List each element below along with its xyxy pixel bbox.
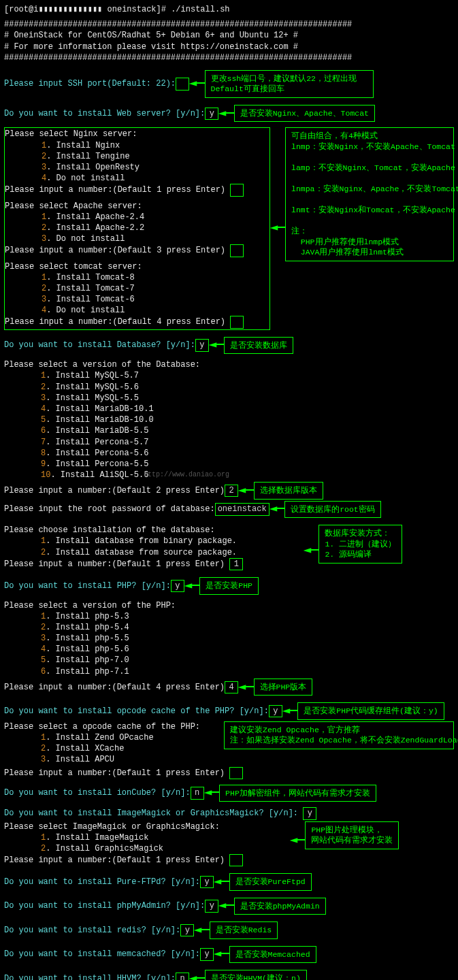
im-sel-input-prompt: Please input a number:(Default 1 press E… [4, 855, 225, 865]
ssh-port-input[interactable] [176, 78, 189, 90]
opcode-sel-title: Please select a opcode cache of the PHP: [4, 721, 224, 732]
option-text: . Install Apache-2.2 [46, 223, 144, 233]
option-item: 1. Install Zend OPcache [41, 732, 224, 743]
db-prompt: Do you want to install Database? [y/n]: [4, 340, 195, 350]
arrow-left-icon: ◀━ [238, 485, 254, 496]
option-text: . Install MySQL-5.6 [46, 382, 139, 392]
db-inst-title: Please choose installation of the databa… [4, 525, 304, 536]
webserver-prompt: Do you want to install Web server? [y/n]… [4, 108, 205, 119]
db-ver-input[interactable]: 2 [225, 485, 238, 497]
ioncube-input[interactable]: n [191, 787, 204, 799]
option-item: 4. Do not install [42, 305, 267, 316]
option-text: . Install APCU [46, 755, 114, 764]
tomcat-title: Please select tomcat server: [5, 261, 267, 272]
option-item: 2. Install Tomcat-7 [42, 283, 267, 294]
option-text: . Install php-5.5 [46, 634, 129, 643]
option-item: 6. Install MariaDB-5.5 [41, 425, 454, 436]
banner-border-top: ########################################… [4, 19, 454, 30]
server-mode-note: 可自由组合，有4种模式 lnmp：安装Nginx，不安装Apache、Tomca… [285, 127, 454, 261]
apache-input[interactable] [230, 244, 244, 257]
option-text: . Install Percona-5.7 [46, 438, 148, 447]
arrow-left-icon: ◀━ [189, 78, 205, 89]
pma-input[interactable]: y [205, 900, 218, 912]
opcode-sel-note: 建议安装Zend Opcache，官方推荐 注：如果选择安装Zend Opcac… [224, 721, 454, 749]
php-ver-input-prompt: Please input a number:(Default 4 press E… [4, 682, 225, 693]
im-input[interactable]: y [303, 807, 316, 819]
option-text: . Install GraphicsMagick [46, 844, 163, 853]
db-ver-input-prompt: Please input a number:(Default 2 press E… [4, 485, 225, 496]
banner-line-1: # OneinStack for CentOS/Radhat 5+ Debian… [4, 30, 454, 41]
db-pwd-note: 设置数据库的root密码 [284, 501, 381, 519]
tomcat-input[interactable] [230, 316, 244, 328]
db-pwd-input[interactable]: oneinstack [215, 503, 269, 515]
option-text: . Install php-5.4 [46, 623, 129, 632]
webserver-input[interactable]: y [205, 108, 218, 120]
option-text: . Install AliSQL-5.6 [50, 470, 148, 480]
redis-input[interactable]: y [180, 924, 194, 936]
option-item: 5. Install php-7.0 [41, 655, 454, 666]
option-text: . Install OpenResty [46, 163, 140, 172]
banner-border-bottom: ########################################… [4, 52, 454, 63]
memc-input[interactable]: y [200, 948, 214, 960]
option-item: 8. Install Percona-5.6 [41, 448, 454, 459]
option-item: 2. Install GraphicsMagick [41, 843, 290, 854]
option-text: . Install Zend OPcache [46, 733, 153, 742]
opcode-sel-input[interactable] [229, 767, 243, 779]
arrow-left-icon: ◀━ [189, 973, 205, 980]
php-input[interactable]: y [171, 580, 184, 592]
option-text: . Install php-5.6 [46, 644, 129, 654]
php-ver-input[interactable]: 4 [225, 681, 238, 693]
option-text: . Install Tomcat-7 [46, 284, 135, 293]
hhvm-input[interactable]: n [176, 973, 189, 980]
ftpd-prompt: Do you want to install Pure-FTPd? [y/n]: [4, 877, 200, 887]
db-ver-note: 选择数据库版本 [254, 482, 323, 500]
arrow-left-icon: ◀━ [304, 545, 319, 556]
option-text: . Install Tomcat-6 [46, 295, 135, 304]
option-item: 1. Install php-5.3 [41, 611, 454, 622]
php-prompt: Do you want to install PHP? [y/n]: [4, 581, 171, 591]
opcode-note: 是否安装PHP代码缓存组件(建议：y) [297, 702, 444, 720]
option-item: 3. Install php-5.5 [41, 633, 454, 644]
option-item: 9. Install Percona-5.5 [41, 459, 454, 470]
option-text: . Install MariaDB-10.0 [46, 415, 153, 425]
option-text: . Install XCache [46, 744, 124, 753]
php-ver-title: Please select a version of the PHP: [4, 600, 454, 611]
redis-note: 是否安装Redis [210, 921, 278, 939]
option-item: 3. Install Tomcat-6 [42, 294, 267, 305]
option-item: 3. Install OpenResty [42, 162, 267, 173]
ftpd-input[interactable]: y [200, 876, 214, 888]
webserver-row: Do you want to install Web server? [y/n]… [4, 105, 454, 122]
db-input[interactable]: y [195, 339, 209, 351]
option-number: 10 [41, 470, 50, 480]
apache-title: Please select Apache server: [5, 201, 267, 212]
db-pwd-prompt: Please input the root password of databa… [4, 504, 215, 514]
option-item: 1. Install ImageMagick [41, 832, 290, 843]
db-inst-input[interactable]: 1 [229, 558, 243, 570]
option-text: . Do not install [46, 234, 125, 244]
db-inst-input-prompt: Please input a number:(Default 1 press E… [4, 559, 229, 569]
option-item: 4. Install php-5.6 [41, 644, 454, 655]
banner-line-2: # For more information please visit http… [4, 42, 454, 52]
im-sel-input[interactable] [229, 854, 243, 866]
option-item: 3. Install MySQL-5.5 [41, 393, 454, 404]
option-item: 2. Install Apache-2.2 [42, 223, 267, 233]
db-note: 是否安装数据库 [224, 337, 293, 355]
option-text: . Install ImageMagick [46, 833, 148, 843]
option-text: . Install Percona-5.6 [46, 448, 148, 458]
option-item: 7. Install Percona-5.7 [41, 437, 454, 448]
shell-prompt-line: [root@i▮▮▮▮▮▮▮▮▮▮▮▮▮ oneinstack]# ./inst… [4, 4, 454, 15]
server-select-group: Please select Nginx server: 1. Install N… [4, 127, 270, 329]
opcode-input[interactable]: y [269, 705, 282, 717]
option-item: 1. Install Tomcat-8 [42, 272, 267, 283]
option-item: 2. Install MySQL-5.6 [41, 382, 454, 393]
pma-note: 是否安装phpMyAdmin [234, 898, 326, 915]
option-item: 3. Do not install [42, 233, 267, 244]
memc-note: 是否安装Memcached [229, 946, 316, 964]
option-text: . Install database from binary package. [46, 536, 237, 546]
nginx-input[interactable] [230, 184, 244, 196]
php-note: 是否安装PHP [199, 577, 259, 595]
option-text: . Install Percona-5.5 [46, 459, 148, 469]
option-text: . Install MySQL-5.5 [46, 393, 139, 403]
ioncube-note: PHP加解密组件，网站代码有需求才安装 [219, 785, 376, 802]
option-text: . Install MariaDB-5.5 [46, 426, 148, 436]
